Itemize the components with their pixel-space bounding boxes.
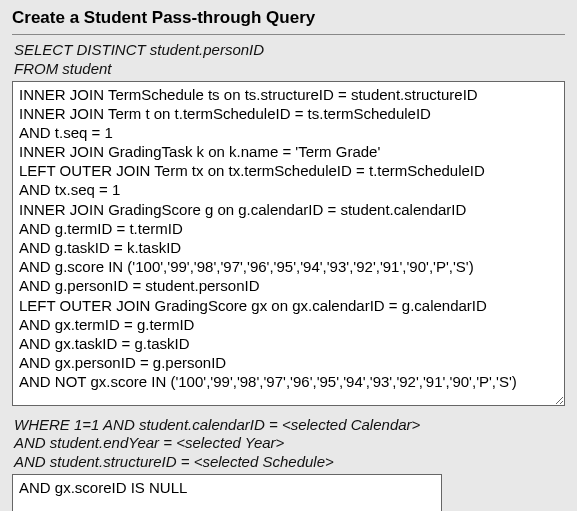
query-select-clause: SELECT DISTINCT student.personID FROM st… xyxy=(12,41,565,79)
query-additional-where-textarea[interactable] xyxy=(12,474,442,511)
query-join-clause-textarea[interactable] xyxy=(12,81,565,406)
query-where-clause: WHERE 1=1 AND student.calendarID = <sele… xyxy=(12,416,565,472)
section-title: Create a Student Pass-through Query xyxy=(12,8,565,35)
